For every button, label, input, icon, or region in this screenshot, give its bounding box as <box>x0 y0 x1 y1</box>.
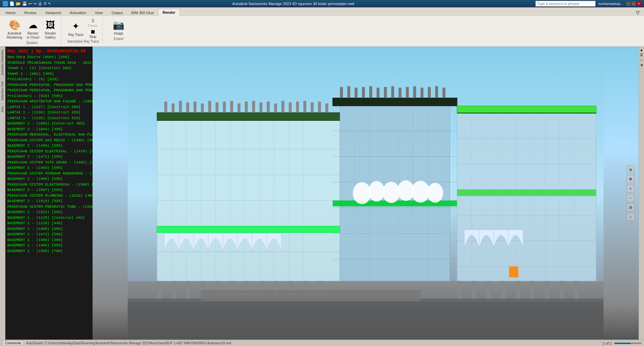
svg-rect-56 <box>421 88 424 98</box>
qat-open[interactable]: 📂 <box>16 1 21 6</box>
svg-rect-19 <box>164 102 167 113</box>
tab-home[interactable]: Home <box>1 9 20 16</box>
qat-undo[interactable]: ↩ <box>29 1 32 6</box>
tree-item[interactable]: LANTAI 1 - (1157) [Construct 69%] <box>6 104 92 110</box>
tree-item[interactable]: SCHEDULE PELAKSANAAN TAHUN 2019 - 2021 -… <box>6 60 92 66</box>
render-cloud-button[interactable]: ☁ Renderin Cloud <box>25 17 41 40</box>
tree-item[interactable]: BASEMENT 1 - (1496) [50%] <box>6 243 92 248</box>
right-sidebar-btn-1[interactable]: ▲ <box>640 48 643 52</box>
tab-render[interactable]: Render <box>158 9 180 16</box>
svg-rect-53 <box>398 88 401 98</box>
tree-item[interactable]: LANTAI 3 - (1235) [Construct 51%] <box>6 115 92 121</box>
tree-item[interactable]: PEKERJAAN SISTEM PEMADAM KEBAKARAN - (14… <box>6 171 92 177</box>
tree-item[interactable]: BASEMENT 1 - (1490) [70%] <box>6 248 92 254</box>
ribbon-toggle[interactable]: ▽ <box>633 9 643 16</box>
search-input[interactable] <box>535 1 596 7</box>
tree-item[interactable]: PEKERJAAN SISTEM ELEKTRONIKA - (1506) [4… <box>6 182 92 188</box>
svg-rect-54 <box>406 87 409 98</box>
svg-rect-111 <box>457 281 462 299</box>
tree-item[interactable]: BASEMENT 2 - (1495) [55%] <box>6 176 92 182</box>
tree-item[interactable]: Preliminary - (6) [91%] <box>6 77 92 82</box>
minimize-button[interactable]: ─ <box>626 1 631 6</box>
tab-view[interactable]: View <box>91 9 107 16</box>
tree-item[interactable]: BASEMENT 2 - (1483) [55%] <box>6 165 92 171</box>
tree-item[interactable]: BASEMENT 1 - (1125) [Construct 44%] <box>6 215 92 221</box>
page-indicator: 1 of 1 <box>602 341 612 345</box>
nav-home[interactable]: ⌂ <box>627 213 635 221</box>
tree-item[interactable]: BASEMENT 2 - (1083) [Construct 49%] <box>6 121 92 127</box>
tree-item[interactable]: BASEMENT 2 - (1471) [55%] <box>6 154 92 160</box>
tree-item[interactable]: PEKERJAAN SISTEM PNEUMATIC TUBE - (1530)… <box>6 204 92 210</box>
qat-redo[interactable]: ↪ <box>33 1 37 6</box>
right-sidebar-btn-4[interactable]: ⊕ <box>640 63 643 67</box>
nav-orbit[interactable]: ⊕ <box>627 166 635 174</box>
tab-bim360[interactable]: BIM 360 Glue <box>127 9 158 16</box>
zoom-bar <box>614 343 641 344</box>
tree-item[interactable]: PEKERJAAN MEKANIKAL, ELEKTRIKAL DAN PLUM… <box>6 132 92 138</box>
image-button[interactable]: 📷 Image <box>111 17 127 36</box>
nav-zoom-in[interactable]: + <box>627 185 635 193</box>
tree-item[interactable]: BASEMENT 1 - (1484) [30%] <box>6 237 92 243</box>
pause-button[interactable]: ⏸ Pause <box>86 17 100 28</box>
tree-item[interactable]: BASEMENT 1 - (1126) [44%] <box>6 220 92 226</box>
tree-item[interactable]: PEKERJAAN SISTEM TATA UDARA - (1482) [40… <box>6 160 92 165</box>
tree-item[interactable]: BASEMENT 2 - (1094) [49%] <box>6 127 92 132</box>
qat-new[interactable]: 📄 <box>9 1 14 6</box>
qat-refresh[interactable]: ↺ <box>43 1 47 6</box>
tree-item[interactable]: TAHAP 2 - (902) [30%] <box>6 71 92 77</box>
tree-item[interactable]: PEKERJAAN PERSIAPAN, PRASARANA DAN PENUN… <box>6 82 92 88</box>
export-buttons: 📷 Image <box>111 17 127 36</box>
nav-pan[interactable]: ✥ <box>627 175 635 183</box>
tree-item[interactable]: PEKERJAAN SISTEM GAS MEDIS - (1458) [40%… <box>6 138 92 143</box>
main-area: Selection Detective Selection Tree Sets … <box>0 47 644 340</box>
tree-item[interactable]: PEKERJAAN PERSIAPAN, PRASARANA DAN PENUN… <box>6 88 92 93</box>
comments-button[interactable]: Comments <box>3 341 23 346</box>
svg-rect-20 <box>172 103 175 112</box>
tree-item[interactable]: BASEMENT 1 - (1472) [50%] <box>6 232 92 237</box>
qat-print[interactable]: 🖨 <box>38 1 42 6</box>
tab-output[interactable]: Output <box>107 9 127 16</box>
tree-item[interactable]: BASEMENT 1 - (1460) [50%] <box>6 226 92 232</box>
close-button[interactable]: ✕ <box>637 1 641 6</box>
svg-rect-22 <box>186 102 189 113</box>
autodesk-rendering-button[interactable]: 🎨 AutodeskRendering <box>5 17 23 40</box>
stop-label: Stop <box>89 35 96 39</box>
tab-viewpoint[interactable]: Viewpoint <box>41 9 65 16</box>
tab-review[interactable]: Review <box>20 9 41 16</box>
sidebar-tab-sets[interactable]: Sets <box>0 103 5 115</box>
tree-item[interactable]: TAHAP 1 - (3) [Construct 50%] <box>6 65 92 71</box>
stop-button[interactable]: ⏹ Stop <box>86 29 100 39</box>
tab-animation[interactable]: Animation <box>65 9 91 16</box>
svg-rect-82 <box>457 106 596 113</box>
nav-zoom-out[interactable]: − <box>627 194 635 202</box>
svg-rect-36 <box>289 102 292 113</box>
autodesk-rendering-label: AutodeskRendering <box>7 32 22 40</box>
tree-item[interactable]: PEKERJAAN SISTEM PLUMBING - (1518) [40%] <box>6 193 92 199</box>
svg-rect-115 <box>516 281 520 299</box>
tree-item[interactable]: BASEMENT 2 - (1519) [55%] <box>6 198 92 204</box>
viewport[interactable]: ⊕ ✥ + − ⊞ ⌂ <box>93 47 639 340</box>
ray-trace-button[interactable]: ✦ Ray Trace <box>67 19 85 38</box>
tree-item[interactable]: BASEMENT 2 - (1531) [55%] <box>6 209 92 215</box>
statusbar: Comments AutoSaved: C:\Users\ridwa\AppDa… <box>0 340 644 346</box>
qat-save[interactable]: 💾 <box>22 1 27 6</box>
sidebar-tab-selection-detective[interactable]: Selection Detective <box>0 47 5 78</box>
tree-item[interactable]: BASEMENT 2 - (1507) [55%] <box>6 187 92 193</box>
qat-cursor[interactable]: ↖ <box>48 1 51 6</box>
tree-item[interactable]: PEKERJAAN SISTEM ELEKTRIKAL - (1470) [40… <box>6 149 92 154</box>
sidebar-tab-selection-tree[interactable]: Selection Tree <box>0 78 5 103</box>
svg-rect-39 <box>311 102 314 113</box>
maximize-button[interactable]: □ <box>631 1 636 6</box>
tree-item[interactable]: LANTAI 2 - (1196) [Construct 63%] <box>6 110 92 115</box>
render-gallery-button[interactable]: 🖼 RenderGallery <box>42 17 58 40</box>
tree-item[interactable]: BASEMENT 2 - (1459) [55%] <box>6 143 92 149</box>
tree-item[interactable]: New Data Source (Root) [45%] <box>6 54 92 60</box>
nav-fit[interactable]: ⊞ <box>627 203 635 211</box>
tree-item[interactable]: Preliminary - (910) [58%] <box>6 93 92 99</box>
tree-item[interactable]: PEKERJAAN ARSITEKTUR DAN FAÇADE - (1092)… <box>6 99 92 104</box>
right-sidebar-btn-3[interactable]: ↔ <box>640 58 643 62</box>
svg-point-76 <box>382 182 400 203</box>
right-sidebar-btn-2[interactable]: ☰ <box>640 53 643 57</box>
zoom-track <box>614 343 641 344</box>
tree-panel[interactable]: May 2021 | Rp. 343019010720.95 New Data … <box>5 47 93 340</box>
